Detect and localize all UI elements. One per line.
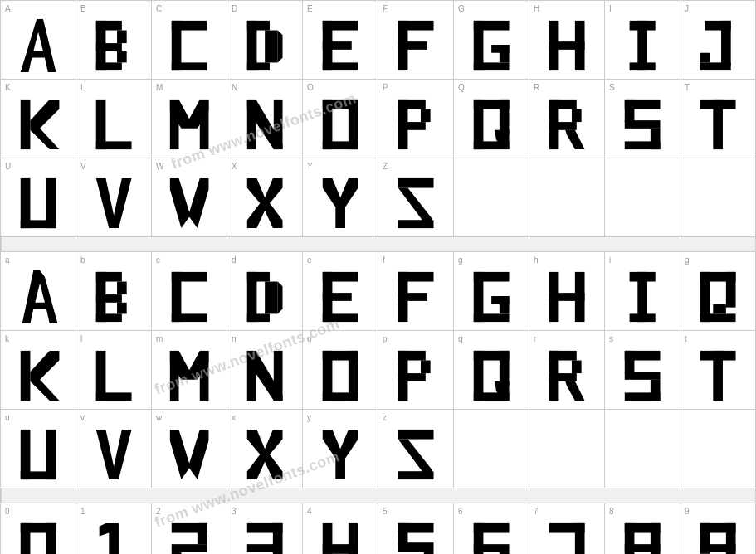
uppercase-row-1: A B: [1, 1, 756, 80]
glyph-r: [543, 347, 591, 404]
glyph-S: [618, 96, 666, 153]
cell-v-lc: v: [76, 410, 152, 488]
cell-X: X: [227, 158, 303, 237]
glyph-l: [90, 347, 138, 404]
cell-K: K: [1, 80, 76, 158]
glyph-v-lc: [90, 426, 138, 483]
svg-marker-77: [170, 178, 209, 228]
glyph-Y: [316, 175, 364, 231]
svg-marker-161: [170, 430, 209, 479]
svg-rect-187: [398, 542, 434, 552]
svg-rect-38: [21, 100, 31, 149]
svg-rect-58: [500, 100, 510, 135]
svg-rect-122: [21, 351, 31, 401]
cell-c: c: [152, 252, 227, 331]
glyph-I: [618, 17, 666, 74]
svg-rect-3: [96, 21, 122, 31]
cell-m-lc: m: [152, 331, 227, 410]
glyph-0: [14, 520, 62, 554]
glyph-X: [241, 175, 289, 231]
glyph-6: [467, 520, 515, 554]
svg-rect-148: [572, 361, 582, 374]
svg-rect-82: [398, 220, 434, 228]
cell-2: 2: [152, 503, 227, 554]
cell-q-lc: q: [454, 331, 529, 410]
cell-empty-4: [680, 158, 756, 237]
glyph-A: [14, 17, 62, 74]
cell-p-lc: p: [378, 331, 454, 410]
glyph-C: [165, 17, 213, 74]
svg-rect-97: [265, 282, 278, 314]
svg-rect-25: [474, 62, 510, 70]
svg-rect-164: [398, 430, 434, 440]
glyph-K: [14, 96, 62, 153]
svg-rect-168: [21, 523, 31, 554]
glyph-L: [90, 96, 138, 153]
cell-9: 9: [680, 503, 756, 554]
section-gap-1: [1, 237, 756, 252]
cell-i-lc: i: [605, 252, 680, 331]
glyph-W: [165, 175, 213, 231]
cell-empty-lc-4: [680, 410, 756, 488]
svg-rect-13: [247, 62, 270, 70]
svg-marker-79: [323, 178, 358, 228]
svg-rect-54: [398, 122, 426, 130]
glyph-2: [165, 520, 213, 554]
cell-empty-lc-1: [454, 410, 529, 488]
svg-rect-33: [629, 62, 655, 70]
svg-rect-151: [625, 351, 635, 373]
glyph-o: [316, 347, 364, 404]
svg-rect-152: [625, 372, 661, 380]
svg-rect-86: [96, 272, 122, 282]
svg-rect-93: [172, 313, 207, 322]
svg-rect-87: [96, 294, 122, 303]
glyph-E: [316, 17, 364, 74]
cell-7: 7: [529, 503, 605, 554]
glyph-8: [618, 520, 666, 554]
svg-rect-120: [700, 313, 736, 322]
glyph-e: [316, 269, 364, 325]
cell-Z: Z: [378, 158, 454, 237]
cell-o-lc: o: [303, 331, 378, 410]
svg-rect-27: [500, 45, 510, 62]
svg-marker-39: [30, 100, 59, 149]
cell-b: b: [76, 252, 152, 331]
svg-marker-78: [247, 178, 283, 228]
cell-e: e: [303, 252, 378, 331]
cell-g2-lc: g: [680, 252, 756, 331]
font-preview-grid: A B: [0, 0, 756, 554]
glyph-B: [90, 17, 138, 74]
svg-rect-101: [323, 293, 352, 301]
cell-T: T: [680, 80, 756, 158]
svg-rect-90: [117, 303, 127, 314]
numbers-row: 0 1: [1, 503, 756, 554]
svg-rect-200: [625, 544, 661, 552]
cell-W: W: [152, 158, 227, 237]
glyph-7: [543, 520, 591, 554]
glyph-1: [90, 520, 138, 554]
cell-z-lc: z: [378, 410, 454, 488]
svg-rect-96: [247, 313, 270, 322]
svg-rect-37: [700, 53, 710, 63]
glyph-O: [316, 96, 364, 153]
svg-rect-105: [398, 293, 427, 301]
glyph-q: [467, 347, 515, 404]
cell-E: E: [303, 1, 378, 80]
glyph-t: [694, 347, 742, 404]
svg-rect-175: [172, 544, 207, 552]
svg-rect-137: [398, 351, 426, 361]
cell-Y: Y: [303, 158, 378, 237]
cell-M: M: [152, 80, 227, 158]
glyph-g: [467, 269, 515, 325]
cell-empty-lc-3: [605, 410, 680, 488]
cell-y-lc: y: [303, 410, 378, 488]
glyph-G: [467, 17, 515, 74]
cell-R: R: [529, 80, 605, 158]
cell-x-lc: x: [227, 410, 303, 488]
cell-a: a: [1, 252, 76, 331]
glyph-c: [165, 269, 213, 325]
cell-D: D: [227, 1, 303, 80]
glyph-P: [392, 96, 440, 153]
cell-6: 6: [454, 503, 529, 554]
glyph-4: [316, 520, 364, 554]
